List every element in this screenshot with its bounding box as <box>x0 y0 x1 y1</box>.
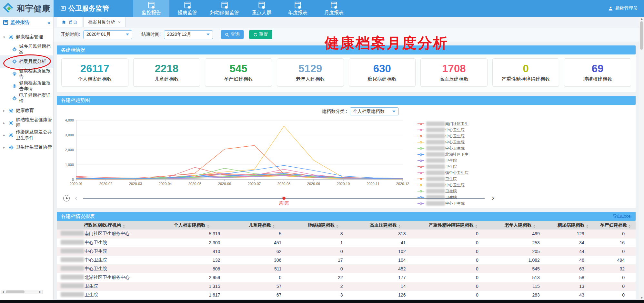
sidebar-menu-item[interactable]: 城乡居民健康档案 <box>0 43 53 55</box>
page-slider-track[interactable]: 第1页 <box>83 198 485 199</box>
legend-item[interactable]: 中心卫生院 <box>418 183 505 187</box>
sort-icon[interactable] <box>272 225 275 228</box>
legend-label-suffix: 中心卫生院 <box>445 182 465 188</box>
table-row[interactable]: 中心卫生院 2,300 451 1 41 <box>57 238 636 247</box>
scrollbar-thumb[interactable] <box>6 290 25 293</box>
x-tick-label: 2020-08 <box>277 182 290 186</box>
redacted-org-name <box>426 164 445 169</box>
legend-item[interactable]: 卫生院 <box>418 158 505 163</box>
top-nav-item[interactable]: 年度报表 <box>280 0 316 17</box>
legend-item[interactable]: 中心卫生院 <box>418 134 505 138</box>
end-time-select[interactable]: 2020年12月 <box>164 30 213 39</box>
scroll-left-icon[interactable]: ◀ <box>1 290 5 293</box>
play-button[interactable] <box>63 195 70 201</box>
sidebar-group-row[interactable]: 健康教育 <box>0 104 53 117</box>
reset-button[interactable]: 重置 <box>249 30 272 39</box>
table-column-header[interactable]: 行政区别/医疗机构 <box>57 221 152 230</box>
legend-item[interactable]: 卫生院 <box>418 177 505 181</box>
legend-item[interactable]: 北湖社区卫生 <box>418 152 505 157</box>
sort-icon[interactable] <box>628 225 631 228</box>
scroll-down-icon[interactable]: ▼ <box>639 296 644 299</box>
sort-icon[interactable] <box>398 225 401 228</box>
table-column-header[interactable]: 个人档案建档数 <box>152 221 231 230</box>
export-excel-link[interactable]: 导出Excel <box>613 213 631 219</box>
table-column-header[interactable]: 糖尿病建档数 <box>551 221 595 230</box>
stat-label: 儿童建档数 <box>155 76 179 82</box>
org-name-suffix: 南门社区卫生服务中心 <box>85 231 130 236</box>
series-line-icon <box>422 166 424 167</box>
sidebar-group-row[interactable]: 肺结核患者健康管理 <box>0 117 53 129</box>
search-button-label: 查询 <box>231 32 240 37</box>
search-button[interactable]: 查询 <box>221 30 244 39</box>
sidebar-menu-item[interactable]: 电子健康档案详情 <box>0 92 53 104</box>
page-slider-handle[interactable] <box>282 197 286 200</box>
table-row[interactable]: 中心卫生院 410 62 0 102 <box>57 247 636 256</box>
sort-icon[interactable] <box>336 225 338 228</box>
table-row[interactable]: 卫生院 1,315 57 2 14 <box>57 282 636 290</box>
sort-icon[interactable] <box>123 225 125 228</box>
table-row[interactable]: 中心卫生院 808 511 0 452 <box>57 264 636 273</box>
page-prev-icon[interactable]: ‹ <box>75 194 77 202</box>
legend-item[interactable]: 镇中心卫生院 <box>418 171 505 175</box>
sidebar-group-row[interactable]: 健康档案管理 <box>0 31 53 43</box>
stat-card: 26117 个人档案建档数 <box>61 58 128 87</box>
value-cell: 808 <box>152 264 231 273</box>
series-line-icon <box>422 154 424 155</box>
scrollbar-thumb[interactable] <box>640 21 643 50</box>
start-time-select[interactable]: 2020年01月 <box>83 30 132 39</box>
org-name-suffix: 中心卫生院 <box>85 257 107 262</box>
table-row[interactable]: 卫生院 1,617 67 3 126 <box>57 290 636 299</box>
top-nav-item[interactable]: 妇幼保健监管 <box>206 0 244 17</box>
top-nav-item[interactable]: 重点人群 <box>244 0 280 17</box>
tab-current[interactable]: 档案月度分析 × <box>83 17 126 27</box>
table-row[interactable]: 南门社区卫生服务中心 5,319 5 8 313 <box>57 230 636 238</box>
redacted-org-name <box>61 240 84 245</box>
series-line-icon <box>418 154 420 155</box>
sidebar-header: 监控报告 « <box>0 17 53 28</box>
sidebar-group: 传染病及突发公共卫生事件 <box>0 129 53 141</box>
legend-item[interactable]: 中心卫生院 <box>418 146 505 151</box>
sort-icon[interactable] <box>533 225 536 228</box>
sort-icon[interactable] <box>586 225 589 228</box>
top-nav-item[interactable]: 慢病监管 <box>169 0 206 17</box>
vertical-scrollbar[interactable]: ▲ ▼ <box>639 17 644 300</box>
sidebar-horizontal-scrollbar[interactable]: ◀ ▶ <box>1 290 43 294</box>
page-next-icon[interactable]: › <box>492 193 494 202</box>
legend-item[interactable]: 南门社区卫生 <box>418 122 505 126</box>
table-column-header[interactable]: 孕产妇建档数 <box>595 221 636 230</box>
table-column-header[interactable]: 肺结核建档数 <box>292 221 354 230</box>
tab-home[interactable]: 首页 <box>57 17 82 27</box>
table-column-header[interactable]: 高血压建档数 <box>354 221 417 230</box>
series-line-icon <box>418 191 420 191</box>
x-tick-label: 2020-11 <box>367 182 379 186</box>
sidebar-menu-item[interactable]: 档案月度分析 <box>0 55 53 68</box>
table-row[interactable]: 北湖社区卫生服务中心 2,959 0 22 177 <box>57 273 636 282</box>
classify-select[interactable]: 个人档案建档数 <box>350 107 399 115</box>
sidebar-collapse-button[interactable]: « <box>47 20 50 25</box>
scroll-right-icon[interactable]: ▶ <box>38 290 42 293</box>
sidebar-menu-item[interactable]: 健康档案质量报告 <box>0 68 53 80</box>
user-menu[interactable]: 超级管理员 <box>608 0 644 17</box>
sidebar-menu-item[interactable]: 健康档案质量报告详情 <box>0 80 53 92</box>
sidebar-group-row[interactable]: 传染病及突发公共卫生事件 <box>0 129 53 141</box>
sort-icon[interactable] <box>207 225 209 228</box>
table-column-header[interactable]: 儿童建档数 <box>231 221 292 230</box>
legend-item[interactable]: 卫生院 <box>418 164 505 169</box>
table-row[interactable]: 中心卫生院 132 306 17 104 <box>57 256 636 264</box>
scroll-up-icon[interactable]: ▲ <box>639 17 644 20</box>
top-nav-item[interactable]: 监控报告 <box>133 0 169 17</box>
legend-item[interactable]: 中心卫生院 <box>418 140 505 144</box>
sidebar-group-row[interactable]: 卫生计生监督协管 <box>0 141 53 153</box>
tab-close-icon[interactable]: × <box>118 20 121 25</box>
table-column-header[interactable]: 严重性精神障碍建档数 <box>417 221 489 230</box>
redacted-org-name <box>61 292 84 297</box>
top-nav-item[interactable]: 月度报表 <box>316 0 352 17</box>
stat-label: 老年人建档数 <box>296 76 325 82</box>
chart-line[interactable] <box>76 145 403 179</box>
value-cell: 0 <box>231 273 292 282</box>
legend-item[interactable]: 中心卫生院 <box>418 128 505 132</box>
table-column-header[interactable]: 老年人建档数 <box>489 221 551 230</box>
sort-icon[interactable] <box>475 225 478 228</box>
stat-card: 5129 老年人建档数 <box>277 58 344 87</box>
value-cell: 8 <box>292 230 354 238</box>
